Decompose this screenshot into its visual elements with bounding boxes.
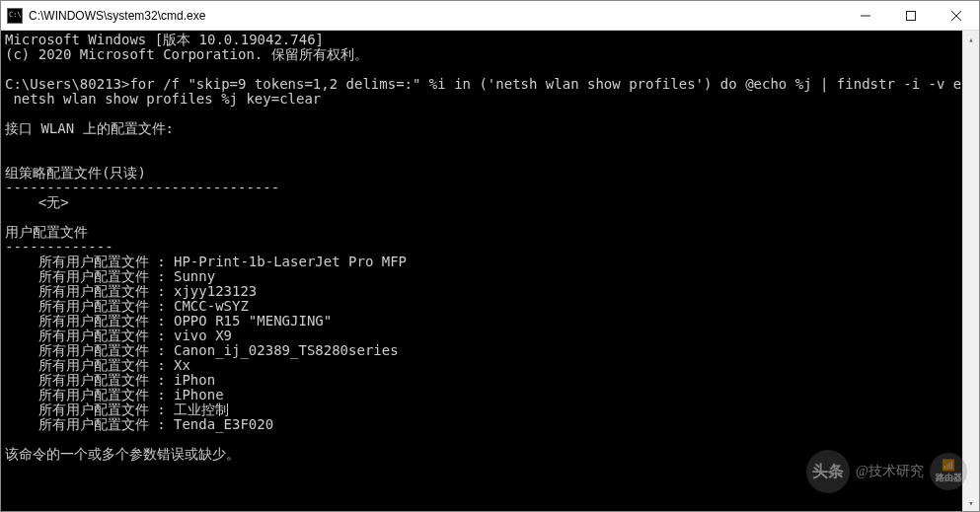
profile-row: 所有用户配置文件 : iPhone: [5, 387, 224, 402]
profile-row: 所有用户配置文件 : CMCC-wSYZ: [5, 298, 249, 314]
profile-row: 所有用户配置文件 : OPPO R15 "MENGJING": [5, 313, 332, 329]
terminal-output[interactable]: Microsoft Windows [版本 10.0.19042.746] (c…: [1, 31, 979, 511]
vertical-scrollbar[interactable]: ▴ ▾: [962, 31, 979, 511]
watermark: 头条 @技术研究 📶路由器: [806, 450, 967, 493]
scroll-down-button[interactable]: ▾: [963, 494, 979, 511]
section-header: 组策略配置文件(只读): [5, 165, 146, 181]
command-line: netsh wlan show profiles %j key=clear: [5, 91, 321, 107]
watermark-user: @技术研究: [856, 463, 924, 480]
close-button[interactable]: [934, 1, 979, 30]
window-controls: [843, 1, 979, 30]
router-icon: 📶路由器: [930, 453, 967, 490]
profile-row: 所有用户配置文件 : Canon_ij_02389_TS8280series: [5, 342, 399, 358]
divider: -------------: [5, 239, 113, 255]
header-line: (c) 2020 Microsoft Corporation. 保留所有权利。: [5, 46, 368, 62]
error-message: 该命令的一个或多个参数错误或缺少。: [5, 446, 240, 462]
watermark-brand-icon: 头条: [806, 450, 850, 493]
profile-row: 所有用户配置文件 : HP-Print-1b-LaserJet Pro MFP: [5, 254, 407, 269]
profile-row: 所有用户配置文件 : 工业控制: [5, 402, 229, 417]
divider: ---------------------------------: [5, 180, 279, 195]
titlebar[interactable]: C:\WINDOWS\system32\cmd.exe: [1, 1, 979, 31]
profile-row: 所有用户配置文件 : xjyy123123: [5, 283, 257, 299]
profile-row: 所有用户配置文件 : Tenda_E3F020: [5, 416, 273, 432]
profile-row: 所有用户配置文件 : Sunny: [5, 268, 215, 284]
profile-row: 所有用户配置文件 : Xx: [5, 357, 190, 373]
svg-rect-1: [907, 11, 916, 20]
section-header: 接口 WLAN 上的配置文件:: [5, 120, 174, 136]
cmd-icon: [7, 8, 23, 24]
header-line: Microsoft Windows [版本 10.0.19042.746]: [5, 32, 324, 47]
command-line: C:\Users\80213>for /f "skip=9 tokens=1,2…: [5, 76, 979, 92]
profile-row: 所有用户配置文件 : iPhon: [5, 372, 215, 388]
scroll-track[interactable]: [963, 47, 979, 494]
section-header: 用户配置文件: [5, 224, 88, 240]
minimize-button[interactable]: [843, 1, 888, 30]
list-item: <无>: [5, 194, 69, 210]
scroll-up-button[interactable]: ▴: [963, 31, 979, 47]
window-title: C:\WINDOWS\system32\cmd.exe: [29, 9, 205, 23]
profile-row: 所有用户配置文件 : vivo X9: [5, 328, 232, 343]
cmd-window: C:\WINDOWS\system32\cmd.exe Microsoft Wi…: [0, 0, 980, 512]
maximize-button[interactable]: [888, 1, 934, 30]
